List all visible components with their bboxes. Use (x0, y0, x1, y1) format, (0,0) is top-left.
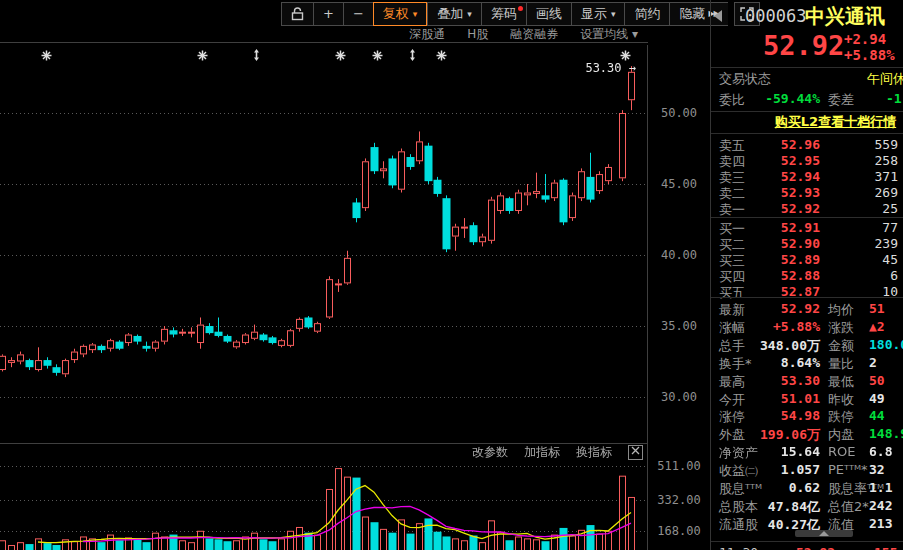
stat-label: 流通股 (719, 516, 758, 534)
stat-value: 148.9 (869, 426, 903, 441)
panel-resize-handle[interactable] (795, 530, 853, 537)
chevron-down-icon: ▾ (413, 3, 418, 25)
stat-label: 股息ᵀᵀᴹ (719, 480, 762, 498)
tab-margin[interactable]: 融资融券 (510, 26, 558, 43)
last-price: 52.92 (763, 30, 844, 61)
bid-price[interactable]: 52.89 (781, 252, 820, 267)
stock-code: 000063 (745, 6, 806, 26)
divider (711, 133, 903, 134)
zoom-out-button[interactable]: − (343, 2, 373, 26)
indicator-link-1[interactable]: 加指标 (524, 444, 560, 461)
bid-price[interactable]: 52.91 (781, 220, 820, 235)
flower-star-icon (436, 50, 447, 61)
chart-toolbar: +−复权▾叠加▾筹码画线显示▾简约隐藏▶▶ (281, 2, 760, 26)
stat-value: 51.01 (781, 391, 820, 406)
divider (711, 217, 903, 218)
zoom-out-button-label: − (353, 3, 364, 25)
flower-star-icon (335, 50, 346, 61)
overlay-button-label: 叠加 (437, 3, 463, 25)
lock-button[interactable] (281, 2, 313, 26)
stat-label: 均价 (828, 301, 854, 319)
bid-row: 买三52.8945 (711, 252, 903, 268)
price-axis-label: 30.00 (652, 390, 706, 404)
simple-button-label: 简约 (634, 3, 660, 25)
bid-price[interactable]: 52.88 (781, 268, 820, 283)
bid-row: 买一52.9177 (711, 220, 903, 236)
ask-row: 卖二52.93269 (711, 185, 903, 201)
candlestick-chart[interactable] (0, 45, 648, 550)
tab-hshare[interactable]: H股 (467, 26, 488, 43)
ask-volume: 559 (875, 137, 898, 152)
ask-price[interactable]: 52.93 (781, 185, 820, 200)
quote-panel: 000063 中兴通讯 52.92 +2.94 +5.88% 交易状态 午间休市… (710, 0, 903, 550)
stats-row: 最新52.92均价51 (711, 301, 903, 318)
trading-status-value: 午间休市 (867, 70, 903, 88)
stat-label: 金额 (828, 337, 854, 355)
tab-ma-setting[interactable]: 设置均线 ▾ (580, 26, 638, 43)
ask-price[interactable]: 52.95 (781, 153, 820, 168)
fuquan-button-label: 复权 (383, 3, 409, 25)
stat-value: 1.057 (781, 462, 820, 477)
stat-value: 32 (869, 462, 885, 477)
collapse-panel-icon[interactable] (714, 10, 722, 22)
zoom-in-button[interactable]: + (313, 2, 343, 26)
chips-button[interactable]: 筹码 (481, 2, 526, 26)
stat-value: 50 (869, 373, 885, 388)
stat-label: 外盘 (719, 426, 745, 444)
trading-status-row: 交易状态 午间休市 (711, 70, 903, 90)
price-axis-label: 35.00 (652, 319, 706, 333)
ask-price[interactable]: 52.96 (781, 137, 820, 152)
ask-row: 卖五52.96559 (711, 137, 903, 153)
fuquan-button[interactable]: 复权▾ (373, 2, 428, 26)
flower-star-icon (372, 50, 383, 61)
flower-star-marker (372, 46, 384, 58)
stat-value: 180.0 (869, 337, 903, 352)
stock-name: 中兴通讯 (805, 3, 885, 30)
stat-value: 47.84亿 (768, 498, 820, 516)
stat-value: 49 (869, 391, 885, 406)
l2-quote-link[interactable]: 购买L2查看十档行情 (711, 113, 903, 131)
price-axis-label: 40.00 (652, 248, 706, 262)
stat-value: 242 (869, 498, 892, 513)
close-indicator-button[interactable] (628, 445, 643, 460)
stat-label: 最低 (828, 373, 854, 391)
stat-label: 最新 (719, 301, 745, 319)
ask-volume: 25 (882, 201, 898, 216)
drawline-button[interactable]: 画线 (526, 2, 571, 26)
lock-open-icon (291, 7, 304, 21)
bid-price[interactable]: 52.90 (781, 236, 820, 251)
display-button[interactable]: 显示▾ (571, 2, 625, 26)
bid-volume: 45 (882, 252, 898, 267)
divider (711, 111, 903, 112)
overlay-button[interactable]: 叠加▾ (427, 2, 481, 26)
weicha-label: 委差 (828, 91, 854, 109)
high-price-annotation: 53.30 → (556, 61, 636, 75)
stats-row: 股息ᵀᵀᴹ0.62股息率ᵀᵀᴹ1.1 (711, 480, 903, 497)
up-down-arrow-marker (252, 46, 264, 58)
ask-price[interactable]: 52.92 (781, 201, 820, 216)
market-subtabs: 深股通H股融资融券设置均线 ▾ (0, 27, 648, 43)
stat-value: 51 (869, 301, 885, 316)
price-change: +2.94 (844, 31, 886, 47)
indicator-link-0[interactable]: 改参数 (472, 444, 508, 461)
weibi-label: 委比 (719, 91, 745, 109)
arrow-right-icon: → (629, 61, 636, 75)
ask-price[interactable]: 52.94 (781, 169, 820, 184)
up-down-arrow-marker (408, 46, 420, 58)
flower-star-marker (197, 46, 209, 58)
zoom-in-button-label: + (323, 3, 334, 25)
stat-value: 213 (869, 516, 892, 531)
volume-axis-label: 332.00 (652, 493, 706, 507)
stat-label: 换手* (719, 355, 752, 373)
stat-label: 内盘 (828, 426, 854, 444)
simple-button[interactable]: 简约 (624, 2, 669, 26)
flower-star-marker (335, 46, 347, 58)
chevron-down-icon: ▾ (467, 3, 472, 25)
indicator-link-2[interactable]: 换指标 (576, 444, 612, 461)
stat-value: 6.8 (869, 444, 892, 459)
stat-value: 53.30 (781, 373, 820, 388)
tick-volume: 155 (874, 545, 897, 550)
stat-label: 收益㈡ (719, 462, 758, 480)
ask-row: 卖一52.9225 (711, 201, 903, 217)
tab-szt[interactable]: 深股通 (409, 26, 445, 43)
